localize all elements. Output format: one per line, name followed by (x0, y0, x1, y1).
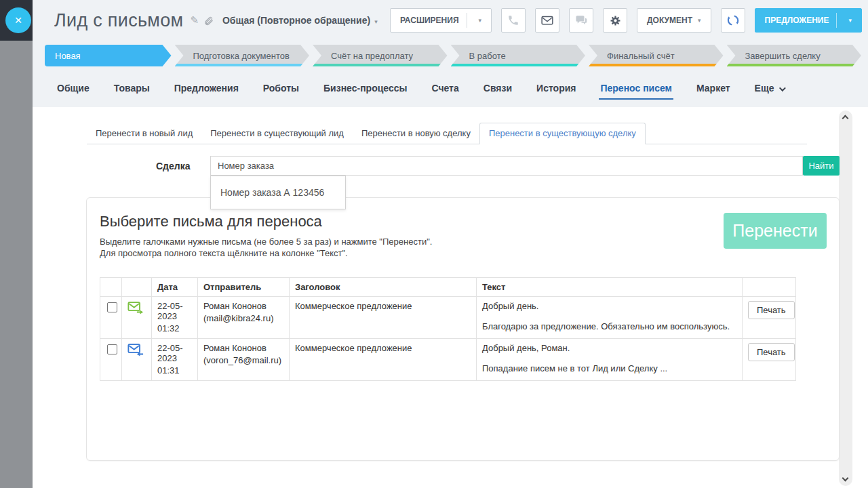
email-time: 01:32 (157, 323, 192, 333)
select-email-checkbox[interactable] (107, 344, 117, 354)
tab-invoices[interactable]: Счета (431, 83, 458, 94)
email-row: 22-05-2023 01:31 Роман Кононов (voron_76… (100, 339, 796, 381)
chevron-down-icon: ▾ (374, 18, 378, 25)
search-suggestion-item[interactable]: Номер заказа А 123456 (210, 176, 346, 209)
close-icon: × (14, 13, 22, 27)
sync-icon (726, 14, 740, 27)
tab-market[interactable]: Маркет (696, 83, 730, 94)
deal-label: Сделка (156, 161, 210, 171)
stage-docs[interactable]: Подготовка документов (175, 45, 310, 66)
proposal-button[interactable]: ПРЕДЛОЖЕНИЕ ▾ (755, 8, 862, 33)
email-time: 01:31 (157, 365, 192, 375)
stage-prepay-invoice[interactable]: Счёт на предоплату (313, 45, 448, 66)
subtab-new-deal[interactable]: Перенести в новую сделку (353, 123, 479, 144)
scroll-up-icon[interactable] (842, 115, 849, 122)
col-header-text: Текст (477, 278, 743, 297)
email-button[interactable] (535, 8, 559, 33)
tab-links[interactable]: Связи (484, 83, 512, 94)
left-sidebar: × (0, 0, 33, 488)
tab-more[interactable]: Еще (755, 83, 784, 94)
stage-final-invoice[interactable]: Финальный счёт (589, 45, 724, 66)
tab-mail-transfer[interactable]: Перенос писем (600, 83, 672, 94)
gear-icon (609, 14, 622, 27)
col-header-date: Дата (152, 278, 198, 297)
mail-icon (541, 16, 553, 26)
automation-button[interactable] (721, 8, 745, 33)
tab-products[interactable]: Товары (114, 83, 150, 94)
panel-title: Выберите письма для переноса (100, 213, 827, 230)
deal-search-row: Сделка Найти (156, 156, 840, 176)
tab-content: Перенести в новый лид Перенести в сущест… (33, 107, 868, 488)
tab-business-processes[interactable]: Бизнес-процессы (323, 83, 407, 94)
deal-search-input[interactable] (210, 156, 803, 176)
sender-name: Роман Кононов (203, 343, 283, 353)
tab-history[interactable]: История (536, 83, 576, 94)
chevron-down-icon (779, 85, 786, 92)
subtab-existing-lead[interactable]: Перенести в существующий лид (201, 123, 353, 144)
panel-hint-2: Для просмотра полного текста щёлкните на… (100, 247, 827, 259)
email-text-cell[interactable]: Добрый день, Роман. Попадание писем не в… (477, 339, 743, 381)
sender-email: (mail@kibra24.ru) (203, 313, 283, 323)
phone-button[interactable] (501, 8, 526, 33)
mail-incoming-icon (127, 343, 144, 357)
panel-hint-1: Выделите галочками нужные письма (не бол… (100, 236, 827, 247)
sender-name: Роман Кононов (203, 301, 283, 311)
category-selector[interactable]: Общая (Повторное обращение)▾ (222, 15, 378, 26)
stage-in-progress[interactable]: В работе (451, 45, 586, 66)
email-row: 22-05-2023 01:32 Роман Кононов (mail@kib… (100, 297, 796, 339)
col-header-sender: Отправитель (198, 278, 290, 297)
page-title: Лид с письмом (54, 10, 183, 31)
stage-close-deal[interactable]: Завершить сделку (727, 45, 862, 66)
select-email-checkbox[interactable] (107, 302, 117, 312)
chevron-down-icon: ▾ (479, 17, 482, 24)
toolbar: РАСШИРЕНИЯ ▾ (390, 8, 868, 33)
edit-title-icon[interactable]: ✎ (190, 14, 199, 26)
document-button[interactable]: ДОКУМЕНТ ▾ (637, 8, 711, 33)
tab-quotes[interactable]: Предложения (174, 83, 239, 94)
scrollbar[interactable] (839, 110, 852, 486)
letters-panel: Выберите письма для переноса Выделите га… (86, 197, 840, 461)
chevron-down-icon: ▾ (848, 17, 852, 24)
scroll-down-icon[interactable] (842, 475, 849, 482)
paperclip-icon[interactable] (203, 16, 214, 26)
email-subject: Коммерческое предложение (290, 339, 477, 381)
email-subject: Коммерческое предложение (290, 297, 477, 339)
stage-new[interactable]: Новая (45, 45, 172, 66)
slider-panel: Лид с письмом ✎ Общая (Повторное обращен… (33, 0, 868, 488)
find-button[interactable]: Найти (803, 156, 840, 176)
transfer-button[interactable]: Перенести (724, 213, 827, 249)
email-date: 22-05-2023 (157, 343, 192, 363)
tab-general[interactable]: Общие (57, 83, 90, 94)
sender-email: (voron_76@mail.ru) (203, 355, 283, 365)
email-text-cell[interactable]: Добрый день. Благодарю за предложение. О… (477, 297, 743, 339)
subtab-new-lead[interactable]: Перенести в новый лид (87, 123, 201, 144)
email-date: 22-05-2023 (157, 301, 192, 321)
print-button[interactable]: Печать (748, 343, 795, 361)
mail-outgoing-icon (127, 301, 144, 314)
chat-icon (575, 14, 587, 26)
print-button[interactable]: Печать (748, 301, 795, 319)
record-tabs: Общие Товары Предложения Роботы Бизнес-п… (57, 71, 857, 105)
chevron-down-icon: ▾ (698, 17, 701, 24)
chat-button[interactable] (569, 8, 593, 33)
phone-icon (507, 14, 519, 26)
table-header-row: Дата Отправитель Заголовок Текст (100, 278, 796, 297)
header: Лид с письмом ✎ Общая (Повторное обращен… (33, 0, 868, 41)
tab-robots[interactable]: Роботы (263, 83, 299, 94)
letters-table: Дата Отправитель Заголовок Текст (100, 277, 796, 381)
col-header-subject: Заголовок (290, 278, 477, 297)
pipeline-stages: Новая Подготовка документов Счёт на пред… (45, 45, 861, 66)
settings-button[interactable] (603, 8, 627, 33)
transfer-subtabs: Перенести в новый лид Перенести в сущест… (87, 123, 807, 144)
extensions-button[interactable]: РАСШИРЕНИЯ ▾ (390, 8, 492, 33)
close-slider-button[interactable]: × (5, 7, 31, 33)
subtab-existing-deal[interactable]: Перенести в существующую сделку (479, 123, 646, 144)
